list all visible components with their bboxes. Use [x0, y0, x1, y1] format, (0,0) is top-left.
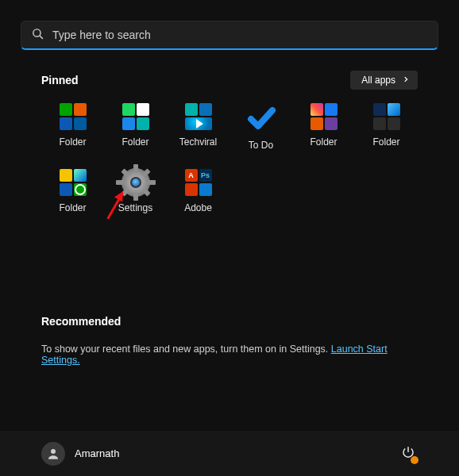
- recommended-text: To show your recent files and new apps, …: [41, 344, 418, 366]
- pinned-app-folder-1[interactable]: Folder: [41, 102, 104, 151]
- folder-tile-icon: [372, 102, 401, 131]
- folder-tile-icon: [310, 102, 338, 131]
- adobe-folder-icon: A Ps: [184, 168, 213, 197]
- folder-tile-icon: [59, 168, 87, 197]
- update-badge-icon: [411, 456, 418, 464]
- pinned-app-folder-4[interactable]: Folder: [355, 102, 418, 151]
- app-label: Folder: [59, 136, 86, 148]
- chevron-right-icon: [402, 75, 410, 86]
- folder-tile-icon: [59, 102, 87, 131]
- svg-point-2: [51, 449, 56, 454]
- app-label: Folder: [372, 136, 399, 148]
- pinned-app-folder-3[interactable]: Folder: [292, 102, 355, 151]
- username-label: Amarnath: [75, 447, 119, 459]
- app-label: Adobe: [184, 202, 212, 213]
- app-label: Folder: [59, 202, 86, 213]
- pinned-title: Pinned: [41, 74, 79, 86]
- all-apps-label: All apps: [361, 75, 395, 86]
- pinned-app-techviral[interactable]: Techviral: [167, 102, 230, 151]
- folder-tile-icon: [122, 102, 150, 131]
- search-icon: [31, 27, 44, 44]
- app-label: Techviral: [179, 136, 217, 148]
- search-box[interactable]: [21, 21, 438, 50]
- power-button[interactable]: [399, 444, 418, 463]
- footer-bar: Amarnath: [0, 430, 459, 476]
- pinned-app-todo[interactable]: To Do: [230, 102, 292, 151]
- pinned-app-folder-5[interactable]: Folder: [41, 168, 104, 213]
- pinned-app-adobe[interactable]: A Ps Adobe: [167, 168, 230, 213]
- search-input[interactable]: [52, 29, 428, 41]
- techviral-icon: [184, 102, 213, 131]
- recommended-title: Recommended: [41, 315, 418, 328]
- app-label: Folder: [310, 136, 337, 148]
- avatar-icon: [41, 442, 65, 466]
- pinned-grid: Folder Folder Techviral: [41, 102, 418, 213]
- pinned-app-settings[interactable]: Settings: [104, 168, 167, 213]
- check-icon: [245, 102, 277, 134]
- all-apps-button[interactable]: All apps: [350, 71, 418, 90]
- pinned-app-folder-2[interactable]: Folder: [104, 102, 167, 151]
- app-label: Settings: [118, 202, 152, 213]
- svg-point-0: [33, 29, 40, 36]
- user-account-button[interactable]: Amarnath: [41, 442, 119, 466]
- app-label: To Do: [249, 140, 273, 151]
- svg-line-1: [40, 35, 43, 38]
- gear-icon: [122, 168, 150, 197]
- app-label: Folder: [122, 136, 148, 148]
